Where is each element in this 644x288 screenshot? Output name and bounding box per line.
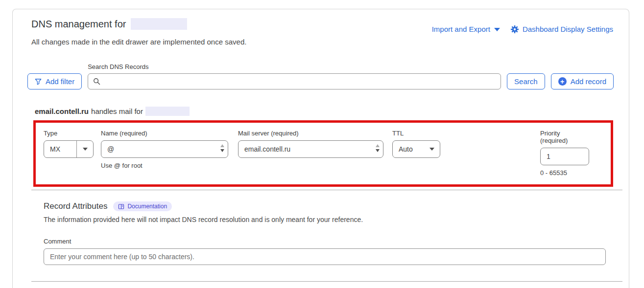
priority-field: Priority (required) 0 - 65535 [540,130,589,177]
panel-subtitle: All changes made in the edit drawer are … [13,33,629,46]
record-attributes-heading: Record Attributes [44,201,107,211]
type-select-arrow-area [77,148,93,151]
stepper-arrows-icon[interactable] [376,144,380,152]
add-record-button[interactable]: + Add record [551,73,614,89]
chevron-down-icon [83,148,88,151]
type-select[interactable]: MX [44,140,94,158]
banner-text: handles mail for [91,107,143,115]
comment-label: Comment [44,238,610,245]
book-icon [118,203,124,210]
type-label: Type [44,130,94,137]
search-row: Add filter Search DNS Records Search + A… [27,63,614,89]
add-filter-button[interactable]: Add filter [27,73,82,89]
type-field: Type MX [44,130,94,158]
priority-input[interactable] [540,148,589,165]
ttl-value: Auto [393,145,424,153]
ttl-select-arrow-area [424,148,440,151]
name-input[interactable] [101,140,228,158]
plus-circle-icon: + [558,77,567,86]
gear-icon [511,25,519,33]
ttl-label: TTL [392,130,440,137]
search-box [88,73,501,89]
redacted-zone-name-small [145,107,190,116]
mail-server-label: Mail server (required) [238,130,383,137]
documentation-badge[interactable]: Documentation [113,201,172,211]
page-title: DNS management for [31,19,126,30]
record-edit-form-row: Type MX Name (required) Use @ f [44,130,603,177]
record-attributes-section: Record Attributes Documentation The info… [13,190,629,265]
mail-server-input-wrap [238,140,383,158]
comment-input[interactable] [44,248,606,265]
type-value: MX [44,145,76,153]
mx-record-banner: email.contell.ru handles mail for [35,107,610,116]
stepper-arrows-icon[interactable] [220,144,224,152]
dashboard-display-settings-link[interactable]: Dashboard Display Settings [511,25,613,33]
mail-server-field: Mail server (required) [238,130,383,158]
display-settings-label: Dashboard Display Settings [523,25,613,33]
search-icon [93,78,100,85]
documentation-label: Documentation [127,203,167,210]
record-attributes-header: Record Attributes Documentation [44,201,610,211]
priority-label: Priority (required) [540,130,589,144]
add-record-label: Add record [571,77,606,86]
name-input-wrap [101,140,228,158]
record-attributes-description: The information provided here will not i… [44,216,610,223]
dns-management-panel: DNS management for Import and Export [12,9,629,288]
add-filter-label: Add filter [46,77,74,86]
import-export-menu[interactable]: Import and Export [432,25,500,33]
footer-divider [31,281,622,282]
title-wrap: DNS management for [31,18,187,30]
name-label: Name (required) [101,130,228,137]
name-hint: Use @ for root [101,162,228,169]
search-button[interactable]: Search [507,73,545,89]
search-group: Search DNS Records [88,63,501,89]
import-export-label: Import and Export [432,25,490,33]
priority-hint: 0 - 65535 [540,169,589,177]
mail-server-domain: email.contell.ru [35,107,89,115]
ttl-select[interactable]: Auto [392,140,440,158]
header-links: Import and Export [432,25,613,33]
filter-icon [35,78,42,85]
chevron-down-icon [429,148,434,151]
ttl-field: TTL Auto [392,130,440,158]
search-button-label: Search [514,77,538,86]
name-field: Name (required) Use @ for root [101,130,228,169]
search-input[interactable] [104,78,496,86]
search-label: Search DNS Records [88,63,501,70]
redacted-zone-name [131,18,187,30]
record-edit-annotation-box: Type MX Name (required) Use @ f [33,120,613,187]
panel-header: DNS management for Import and Export [13,9,629,33]
mail-server-input[interactable] [238,140,383,158]
chevron-down-icon [494,28,500,31]
